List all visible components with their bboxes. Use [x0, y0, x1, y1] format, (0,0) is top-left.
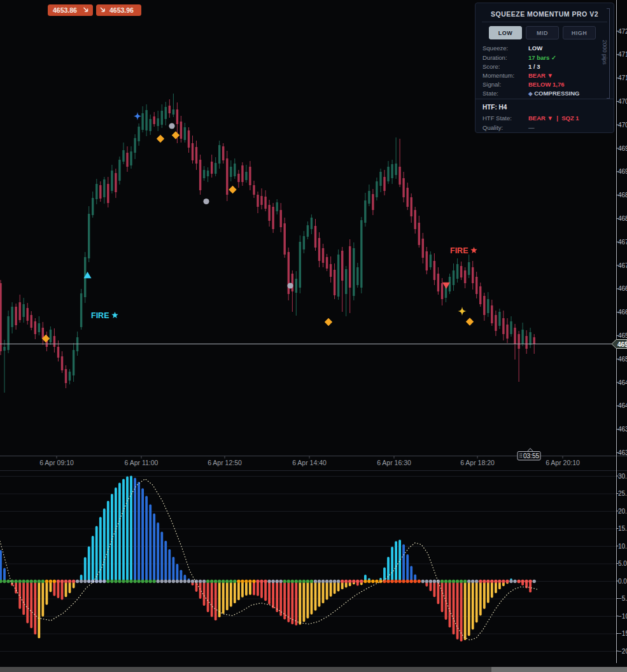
svg-text:4635.0: 4635.0	[618, 426, 627, 433]
svg-text:−10.0: −10.0	[618, 613, 627, 620]
svg-text:4640.0: 4640.0	[618, 402, 627, 409]
svg-text:6 Apr 14:40: 6 Apr 14:40	[292, 459, 327, 466]
svg-text:FIRE: FIRE	[450, 246, 468, 255]
svg-text:6 Apr 18:20: 6 Apr 18:20	[460, 459, 495, 466]
svg-text:4665.0: 4665.0	[618, 285, 627, 292]
svg-text:4680.0: 4680.0	[618, 215, 627, 222]
svg-text:15.0: 15.0	[618, 525, 627, 532]
svg-text:30.0: 30.0	[618, 473, 627, 480]
svg-text:6 Apr 16:30: 6 Apr 16:30	[377, 459, 411, 466]
svg-text:4685.0: 4685.0	[618, 192, 627, 199]
svg-text:4660.0: 4660.0	[618, 309, 627, 316]
svg-text:4653.86: 4653.86	[53, 6, 77, 14]
svg-text:4690.0: 4690.0	[618, 168, 627, 175]
svg-text:6 Apr 09:10: 6 Apr 09:10	[39, 459, 74, 466]
svg-text:4675.0: 4675.0	[618, 239, 627, 246]
svg-text:10.0: 10.0	[618, 543, 627, 550]
svg-text:0.0: 0.0	[618, 578, 627, 585]
svg-text:4700.0: 4700.0	[618, 122, 627, 129]
svg-text:4715.0: 4715.0	[618, 51, 627, 58]
svg-text:−15.0: −15.0	[618, 630, 627, 637]
svg-text:4670.0: 4670.0	[618, 262, 627, 269]
svg-text:6 Apr 12:50: 6 Apr 12:50	[208, 459, 242, 466]
svg-text:4630.0: 4630.0	[618, 449, 627, 456]
svg-text:25.0: 25.0	[618, 490, 627, 497]
svg-text:5.0: 5.0	[618, 560, 627, 567]
svg-text:4655.0: 4655.0	[618, 332, 627, 339]
svg-text:4695.0: 4695.0	[618, 145, 627, 152]
svg-text:4645.0: 4645.0	[618, 379, 627, 386]
svg-text:FIRE: FIRE	[91, 311, 109, 320]
svg-text:03:55: 03:55	[523, 452, 539, 459]
svg-text:−5.0: −5.0	[618, 595, 627, 602]
svg-text:20.0: 20.0	[618, 508, 627, 515]
svg-text:4710.0: 4710.0	[618, 74, 627, 81]
svg-text:4653.96: 4653.96	[617, 341, 627, 348]
svg-text:4653.96: 4653.96	[109, 6, 134, 14]
svg-text:4705.0: 4705.0	[618, 98, 627, 105]
svg-text:4720.0: 4720.0	[618, 28, 627, 35]
svg-text:6 Apr 11:00: 6 Apr 11:00	[125, 459, 159, 466]
svg-text:6 Apr 20:10: 6 Apr 20:10	[546, 459, 580, 466]
svg-text:−20.0: −20.0	[618, 648, 627, 655]
svg-text:4650.0: 4650.0	[618, 356, 627, 363]
